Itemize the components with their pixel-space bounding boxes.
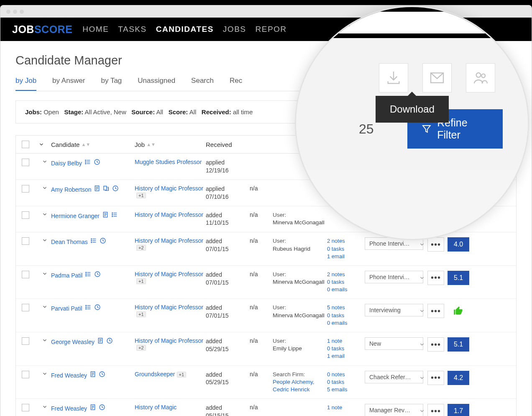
svg-point-22 bbox=[112, 216, 113, 217]
candidate-name-link[interactable]: Padma Patil bbox=[51, 272, 82, 279]
stage-select[interactable]: Manager Review bbox=[365, 404, 423, 416]
subnav-by-tag[interactable]: by Tag bbox=[101, 77, 122, 91]
candidate-name-link[interactable]: George Weasley bbox=[51, 339, 95, 345]
stage-select[interactable]: New bbox=[365, 337, 423, 350]
job-link[interactable]: Groundskeeper bbox=[135, 371, 175, 377]
row-checkbox[interactable] bbox=[22, 159, 29, 166]
job-link[interactable]: Muggle Studies Professor bbox=[135, 159, 202, 165]
row-actions-more[interactable]: ••• bbox=[427, 337, 444, 352]
svg-point-60 bbox=[476, 73, 481, 77]
count-link[interactable]: 0 tasks bbox=[327, 278, 365, 286]
nav-link-tasks[interactable]: TASKS bbox=[118, 25, 146, 34]
chevron-down-icon[interactable] bbox=[42, 271, 48, 277]
count-link[interactable]: 1 email bbox=[327, 253, 365, 260]
row-checkbox[interactable] bbox=[22, 271, 29, 278]
row-actions-more[interactable]: ••• bbox=[427, 237, 444, 252]
count-link[interactable]: 1 note bbox=[327, 337, 365, 345]
candidate-name-link[interactable]: Hermione Granger bbox=[51, 213, 100, 219]
candidate-name-link[interactable]: Dean Thomas bbox=[51, 239, 88, 245]
count-link[interactable]: 0 tasks bbox=[327, 378, 365, 386]
chevron-down-icon[interactable] bbox=[42, 237, 48, 243]
chevron-down-icon[interactable] bbox=[42, 185, 48, 191]
count-link[interactable]: 0 tasks bbox=[327, 245, 365, 253]
col-received[interactable]: Received bbox=[206, 141, 232, 148]
count-link[interactable]: 2 notes bbox=[327, 237, 365, 245]
candidate-name-link[interactable]: Fred Weasley bbox=[51, 405, 87, 412]
count-link[interactable]: 0 tasks bbox=[327, 345, 365, 352]
chevron-down-icon[interactable] bbox=[42, 337, 48, 343]
count-link[interactable]: 0 notes bbox=[327, 371, 365, 378]
share-users-button[interactable] bbox=[466, 63, 495, 92]
row-actions-more[interactable]: ••• bbox=[427, 404, 444, 416]
job-link[interactable]: History of Magic Professor bbox=[135, 304, 203, 311]
clock-icon bbox=[99, 404, 105, 412]
count-link[interactable]: 5 notes bbox=[327, 304, 365, 311]
count-link[interactable]: 0 emails bbox=[327, 286, 365, 293]
nav-link-home[interactable]: HOME bbox=[82, 25, 109, 34]
select-all-checkbox[interactable] bbox=[22, 141, 29, 148]
score-badge: 1.7 bbox=[448, 404, 469, 416]
chevron-down-icon bbox=[419, 275, 425, 281]
row-checkbox[interactable] bbox=[22, 211, 29, 219]
na-cell: n/a bbox=[250, 237, 273, 244]
email-button[interactable] bbox=[422, 63, 452, 92]
count-link[interactable]: 0 emails bbox=[327, 319, 365, 327]
col-candidate[interactable]: Candidate bbox=[51, 141, 79, 148]
row-actions-more[interactable]: ••• bbox=[427, 271, 444, 285]
row-checkbox[interactable] bbox=[22, 237, 29, 245]
clock-icon bbox=[94, 159, 100, 167]
subnav-search[interactable]: Search bbox=[191, 77, 214, 91]
received-cell: added07/01/15 bbox=[206, 304, 250, 320]
count-link[interactable]: 1 note bbox=[327, 404, 365, 411]
na-cell: n/a bbox=[250, 271, 273, 277]
row-checkbox[interactable] bbox=[22, 371, 29, 378]
job-link[interactable]: History of Magic Professor bbox=[135, 337, 203, 344]
chevron-down-icon[interactable] bbox=[42, 371, 48, 377]
nav-link-repor[interactable]: REPOR bbox=[255, 25, 286, 34]
download-button[interactable] bbox=[379, 63, 408, 92]
chevron-down-icon[interactable] bbox=[42, 304, 48, 310]
chevron-down-icon[interactable] bbox=[42, 404, 48, 410]
stage-select[interactable]: Phone Interview bbox=[365, 271, 423, 283]
source-cell: Search Firm:People Alchemy, Cedric Henri… bbox=[273, 371, 327, 394]
row-actions-more[interactable]: ••• bbox=[427, 371, 444, 385]
job-link[interactable]: History of Magic Professor bbox=[135, 211, 203, 218]
candidate-name-link[interactable]: Daisy Belby bbox=[51, 160, 82, 167]
count-link[interactable]: 5 emails bbox=[327, 386, 365, 393]
candidate-name-link[interactable]: Parvati Patil bbox=[51, 305, 82, 312]
subnav-unassigned[interactable]: Unassigned bbox=[138, 77, 175, 91]
mail-icon bbox=[429, 69, 445, 86]
nav-link-jobs[interactable]: JOBS bbox=[223, 25, 246, 34]
row-checkbox[interactable] bbox=[22, 185, 29, 193]
chevron-down-icon[interactable] bbox=[42, 159, 48, 164]
chevron-down-icon[interactable] bbox=[38, 141, 44, 147]
subnav-by-answer[interactable]: by Answer bbox=[52, 77, 85, 91]
col-job[interactable]: Job bbox=[135, 141, 145, 148]
stage-select[interactable]: Chaeck Referenc... bbox=[365, 371, 423, 383]
chevron-down-icon bbox=[419, 375, 425, 381]
row-checkbox[interactable] bbox=[22, 337, 29, 345]
job-link[interactable]: History of Magic Professor bbox=[135, 271, 203, 277]
nav-link-candidates[interactable]: CANDIDATES bbox=[156, 25, 214, 34]
sort-icon: ▲▼ bbox=[81, 142, 90, 147]
count-link[interactable]: 2 notes bbox=[327, 271, 365, 278]
source-cell: User:Minerva McGonagall bbox=[273, 211, 327, 226]
subnav-by-job[interactable]: by Job bbox=[15, 77, 36, 91]
job-link[interactable]: History of Magic bbox=[135, 404, 176, 411]
candidate-name-link[interactable]: Amy Robertson bbox=[51, 186, 91, 193]
count-link[interactable]: 1 email bbox=[327, 352, 365, 360]
row-checkbox[interactable] bbox=[22, 404, 29, 411]
subnav-rec[interactable]: Rec bbox=[230, 77, 242, 91]
job-link[interactable]: History of Magic Professor bbox=[135, 237, 203, 244]
chevron-down-icon[interactable] bbox=[42, 211, 48, 217]
stage-select[interactable]: Interviewing bbox=[365, 304, 423, 316]
row-actions-more[interactable]: ••• bbox=[427, 304, 444, 318]
count-link[interactable]: 0 tasks bbox=[327, 312, 365, 319]
candidate-name-link[interactable]: Fred Weasley bbox=[51, 372, 87, 379]
counts-cell: 2 notes0 tasks1 email bbox=[327, 237, 365, 260]
job-link[interactable]: History of Magic Professor bbox=[135, 185, 203, 192]
doc-icon bbox=[102, 211, 109, 219]
row-checkbox[interactable] bbox=[22, 304, 29, 311]
source-link[interactable]: People Alchemy, Cedric Henrick bbox=[273, 379, 315, 393]
svg-rect-11 bbox=[104, 186, 107, 190]
